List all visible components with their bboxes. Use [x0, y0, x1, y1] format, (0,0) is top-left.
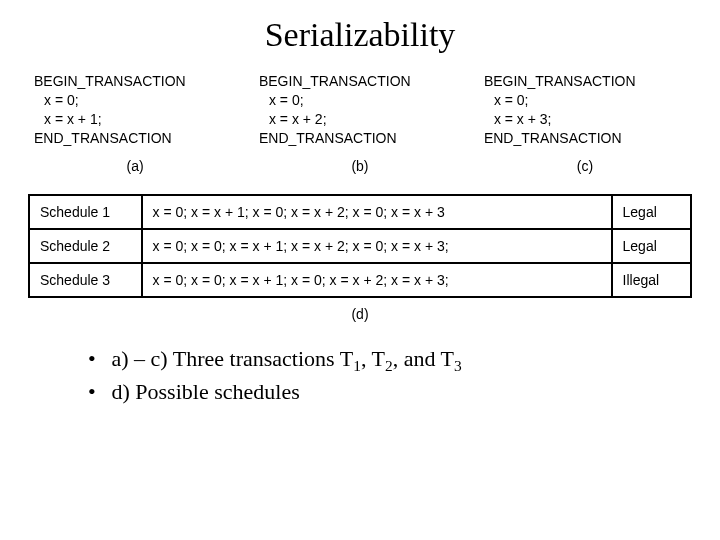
tx-begin: BEGIN_TRANSACTION: [259, 72, 461, 91]
bullet-list: • a) – c) Three transactions T1, T2, and…: [88, 344, 692, 408]
label-a: (a): [34, 158, 236, 174]
table-row: Schedule 3 x = 0; x = 0; x = x + 1; x = …: [29, 263, 691, 297]
tx-line: x = x + 1;: [34, 110, 236, 129]
schedule-ops: x = 0; x = x + 1; x = 0; x = x + 2; x = …: [142, 195, 612, 229]
subscript: 3: [454, 357, 462, 374]
slide-title: Serializability: [28, 16, 692, 54]
tx-begin: BEGIN_TRANSACTION: [484, 72, 686, 91]
bullet-text: d) Possible schedules: [112, 379, 300, 404]
schedule-ops: x = 0; x = 0; x = x + 1; x = 0; x = x + …: [142, 263, 612, 297]
bullet-text: a) – c) Three transactions T: [112, 346, 354, 371]
tx-end: END_TRANSACTION: [34, 129, 236, 148]
transaction-b: BEGIN_TRANSACTION x = 0; x = x + 2; END_…: [259, 72, 461, 148]
bullet-dot-icon: •: [88, 344, 106, 375]
tx-end: END_TRANSACTION: [259, 129, 461, 148]
schedule-result: Legal: [612, 229, 691, 263]
transaction-a: BEGIN_TRANSACTION x = 0; x = x + 1; END_…: [34, 72, 236, 148]
table-row: Schedule 2 x = 0; x = 0; x = x + 1; x = …: [29, 229, 691, 263]
tx-line: x = 0;: [484, 91, 686, 110]
label-d: (d): [28, 306, 692, 322]
tx-line: x = x + 2;: [259, 110, 461, 129]
transaction-c: BEGIN_TRANSACTION x = 0; x = x + 3; END_…: [484, 72, 686, 148]
slide: Serializability BEGIN_TRANSACTION x = 0;…: [0, 0, 720, 540]
bullet-text: , and T: [393, 346, 454, 371]
bullet-item: • d) Possible schedules: [88, 377, 692, 408]
schedules-table: Schedule 1 x = 0; x = x + 1; x = 0; x = …: [28, 194, 692, 298]
label-b: (b): [259, 158, 461, 174]
subscript: 1: [353, 357, 361, 374]
schedule-result: Legal: [612, 195, 691, 229]
tx-begin: BEGIN_TRANSACTION: [34, 72, 236, 91]
tx-end: END_TRANSACTION: [484, 129, 686, 148]
bullet-text: , T: [361, 346, 385, 371]
transaction-labels: (a) (b) (c): [34, 158, 686, 174]
schedule-name: Schedule 2: [29, 229, 142, 263]
schedule-ops: x = 0; x = 0; x = x + 1; x = x + 2; x = …: [142, 229, 612, 263]
table-row: Schedule 1 x = 0; x = x + 1; x = 0; x = …: [29, 195, 691, 229]
tx-line: x = 0;: [34, 91, 236, 110]
tx-line: x = x + 3;: [484, 110, 686, 129]
schedule-name: Schedule 3: [29, 263, 142, 297]
label-c: (c): [484, 158, 686, 174]
bullet-dot-icon: •: [88, 377, 106, 408]
schedule-name: Schedule 1: [29, 195, 142, 229]
transactions-row: BEGIN_TRANSACTION x = 0; x = x + 1; END_…: [34, 72, 686, 148]
tx-line: x = 0;: [259, 91, 461, 110]
bullet-item: • a) – c) Three transactions T1, T2, and…: [88, 344, 692, 377]
subscript: 2: [385, 357, 393, 374]
schedule-result: Illegal: [612, 263, 691, 297]
